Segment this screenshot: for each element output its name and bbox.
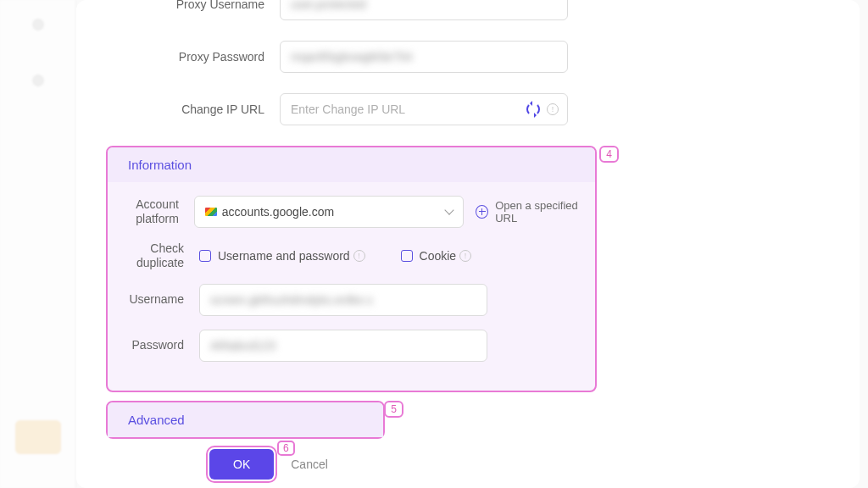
check-duplicate-label: Check duplicate [108,241,199,270]
sidebar-badge [15,420,61,454]
proxy-password-input[interactable]: mqarIEkgbvwgM3e754 [280,41,568,73]
checkbox-cookie[interactable] [401,250,413,262]
advanced-section[interactable]: 5 Advanced [106,401,385,439]
account-platform-row: Account platform accounts.google.com Ope… [108,196,595,228]
checkbox-userpass[interactable] [199,250,211,262]
proxy-username-row: Proxy Username user.protected [85,0,851,20]
account-platform-value: accounts.google.com [222,205,334,219]
proxy-username-input[interactable]: user.protected [280,0,568,20]
change-ip-label: Change IP URL [85,103,280,117]
sidebar-icon-2[interactable] [32,75,44,86]
information-header: Information [108,147,595,182]
info-username-label: Username [108,292,199,307]
info-username-input[interactable]: screen.gkthushdmdyks.enlke.s [199,284,487,316]
info-password-row: Password ARtabcd123 [108,330,595,362]
info-icon[interactable] [353,250,365,262]
dup-username-password[interactable]: Username and password [199,249,365,263]
annotation-tag-4: 4 [599,146,619,163]
form-panel: Proxy Username user.protected Proxy Pass… [76,0,860,488]
dup-cookie[interactable]: Cookie [401,249,471,263]
annotation-tag-5: 5 [384,401,403,418]
advanced-header: Advanced [108,402,383,437]
gmail-icon [205,208,217,216]
info-password-label: Password [108,338,199,352]
info-icon[interactable] [547,103,559,115]
change-ip-input[interactable]: Enter Change IP URL [280,93,568,125]
info-icon[interactable] [459,250,471,262]
account-platform-label: Account platform [108,197,194,226]
left-sidebar [0,0,76,488]
sidebar-icon-1[interactable] [32,19,44,30]
info-username-row: Username screen.gkthushdmdyks.enlke.s [108,284,595,316]
proxy-username-label: Proxy Username [85,0,280,11]
annotation-tag-6: 6 [277,441,295,456]
proxy-password-label: Proxy Password [85,50,280,64]
footer-actions: 6 OK Cancel [209,449,851,480]
account-platform-select[interactable]: accounts.google.com [194,196,464,228]
cancel-button[interactable]: Cancel [291,458,328,471]
open-specified-url[interactable]: Open a specified URL [476,199,595,225]
change-ip-row: Change IP URL Enter Change IP URL [85,93,851,125]
refresh-icon[interactable] [526,103,540,116]
information-section: 4 Information Account platform accounts.… [106,146,597,392]
check-duplicate-row: Check duplicate Username and password Co… [108,241,595,270]
chevron-down-icon [445,205,454,214]
ok-button[interactable]: OK [209,449,274,480]
info-password-input[interactable]: ARtabcd123 [199,330,487,362]
proxy-password-row: Proxy Password mqarIEkgbvwgM3e754 [85,41,851,73]
plus-circle-icon [476,205,488,219]
